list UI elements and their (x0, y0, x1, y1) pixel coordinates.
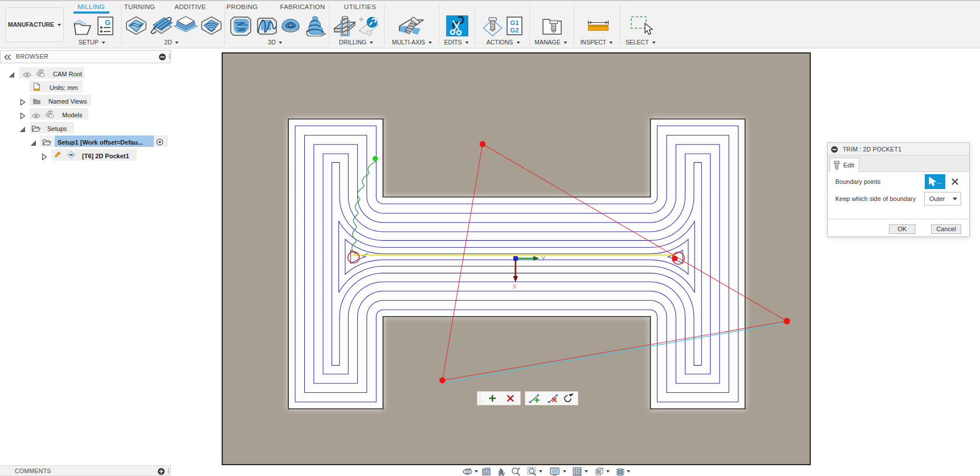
svg-text:X: X (513, 283, 517, 290)
svg-text:...: ... (937, 179, 941, 185)
svg-text:G2: G2 (510, 27, 518, 34)
svg-text:Y: Y (541, 255, 546, 262)
svg-text:G: G (105, 18, 111, 27)
svg-text:G1: G1 (510, 19, 519, 26)
